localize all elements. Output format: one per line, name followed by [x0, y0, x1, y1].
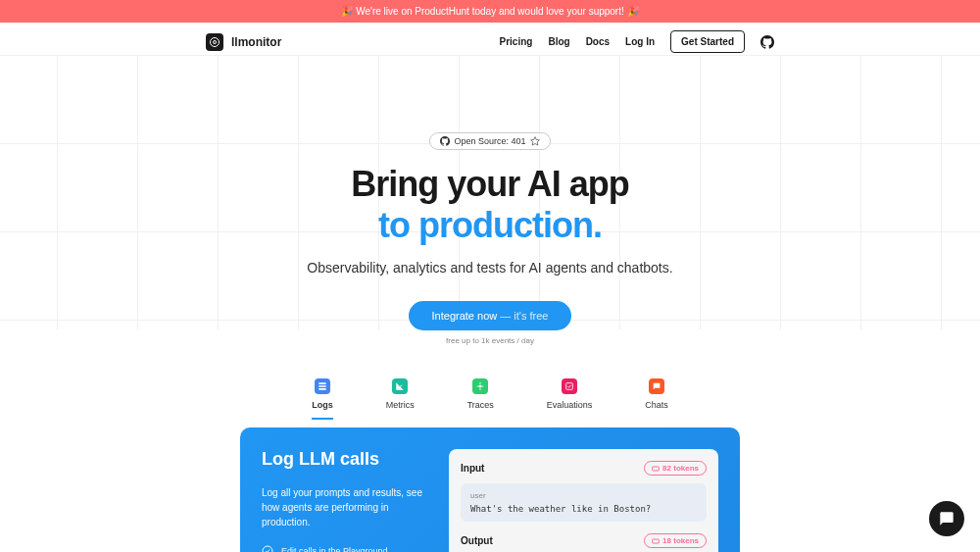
github-icon[interactable] [760, 35, 774, 49]
tab-chats[interactable]: Chats [645, 378, 668, 420]
nav-login[interactable]: Log In [625, 36, 655, 47]
hero-section: Open Source: 401 Bring your AI app to pr… [0, 62, 980, 345]
tab-icon [649, 378, 664, 394]
chat-widget-button[interactable] [929, 501, 964, 536]
logo-text: llmonitor [231, 35, 281, 49]
nav-blog[interactable]: Blog [548, 36, 569, 47]
integrate-button[interactable]: Integrate now — it's free [409, 301, 572, 330]
cta-sub-text: — it's free [497, 310, 548, 322]
svg-point-5 [479, 385, 482, 388]
output-token-badge: 18 tokens [644, 533, 707, 548]
feature-list: Edit calls in the PlaygroundSearch & fil… [262, 545, 433, 552]
svg-rect-12 [653, 539, 660, 543]
input-header: Input 82 tokens [461, 461, 707, 476]
svg-rect-11 [653, 467, 660, 471]
nav-brand[interactable]: llmonitor [206, 33, 281, 51]
tab-label: Traces [467, 400, 494, 410]
feature-desc: Log all your prompts and results, see ho… [262, 485, 433, 529]
tab-label: Metrics [386, 400, 415, 410]
output-header: Output 18 tokens [461, 533, 707, 548]
open-source-badge[interactable]: Open Source: 401 [429, 132, 550, 150]
logo-icon [206, 33, 223, 51]
badge-label: Open Source: 401 [454, 136, 525, 146]
tab-icon [472, 378, 488, 394]
input-message: user What's the weather like in Boston? [461, 483, 707, 522]
chat-icon [939, 511, 955, 527]
announcement-banner[interactable]: 🎉 We're live on ProductHunt today and wo… [0, 0, 980, 23]
output-label: Output [461, 535, 493, 546]
tab-label: Evaluations [547, 400, 593, 410]
svg-point-1 [214, 40, 217, 43]
check-circle-icon [262, 545, 273, 552]
output-token-count: 18 tokens [662, 536, 699, 545]
feature-list-item: Edit calls in the Playground [262, 545, 433, 552]
nav-pricing[interactable]: Pricing [500, 36, 533, 47]
input-token-badge: 82 tokens [644, 461, 707, 476]
svg-rect-2 [318, 382, 326, 384]
cta-note: free up to 1k events / day [0, 336, 980, 345]
tab-label: Chats [645, 400, 668, 410]
hero-subtitle: Observability, analytics and tests for A… [0, 260, 980, 276]
input-text: What's the weather like in Boston? [470, 504, 697, 514]
svg-point-0 [211, 37, 220, 46]
tab-traces[interactable]: Traces [467, 378, 494, 420]
nav-links: Pricing Blog Docs Log In Get Started [500, 30, 774, 53]
tab-icon [562, 378, 577, 394]
svg-rect-4 [318, 388, 326, 390]
hero-title-line1: Bring your AI app [0, 164, 980, 205]
feature-title: Log LLM calls [262, 449, 433, 470]
feature-item-text: Edit calls in the Playground [281, 546, 388, 552]
svg-rect-3 [318, 385, 326, 387]
token-icon [652, 537, 660, 545]
feature-description: Log LLM calls Log all your prompts and r… [262, 449, 433, 552]
tab-icon [315, 378, 330, 394]
svg-point-7 [263, 546, 272, 552]
feature-preview: Input 82 tokens user What's the weather … [449, 449, 718, 552]
input-role: user [470, 491, 697, 500]
top-nav: llmonitor Pricing Blog Docs Log In Get S… [0, 23, 980, 62]
feature-tabs: LogsMetricsTracesEvaluationsChats [0, 378, 980, 420]
tab-metrics[interactable]: Metrics [386, 378, 415, 420]
input-label: Input [461, 463, 484, 474]
tab-label: Logs [312, 400, 333, 410]
token-icon [652, 465, 660, 473]
tab-icon [392, 378, 408, 394]
tab-evaluations[interactable]: Evaluations [547, 378, 593, 420]
input-token-count: 82 tokens [662, 464, 699, 473]
nav-docs[interactable]: Docs [586, 36, 610, 47]
feature-card: Log LLM calls Log all your prompts and r… [240, 427, 740, 552]
get-started-button[interactable]: Get Started [670, 30, 745, 53]
star-icon [530, 136, 540, 146]
svg-rect-6 [566, 383, 573, 390]
hero-title-line2: to production. [0, 205, 980, 246]
cta-main-text: Integrate now [432, 310, 498, 322]
tab-logs[interactable]: Logs [312, 378, 333, 420]
github-small-icon [440, 136, 450, 146]
